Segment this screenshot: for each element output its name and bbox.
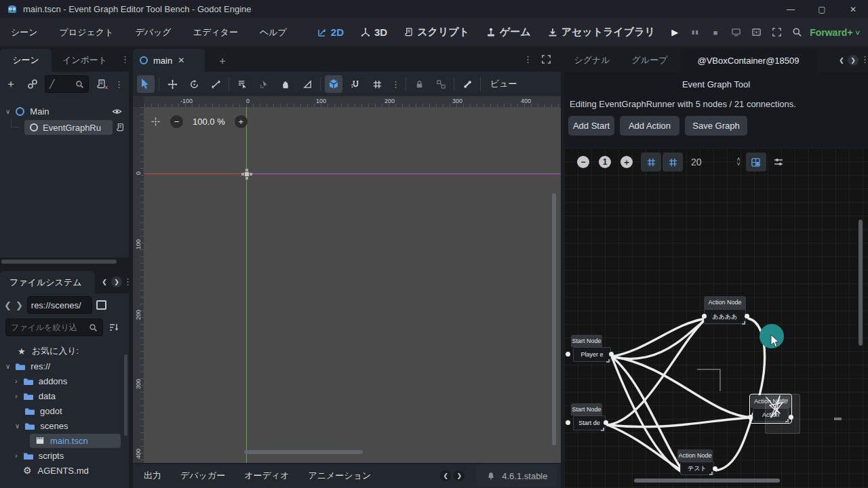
zoom-level[interactable]: 100.0 % xyxy=(193,117,225,127)
menu-help[interactable]: ヘルプ xyxy=(256,24,291,41)
bottom-tab-debugger[interactable]: デバッガー xyxy=(180,470,225,482)
save-graph-button[interactable]: Save Graph xyxy=(685,116,747,136)
graph-vscrollbar[interactable] xyxy=(859,220,863,346)
renderer-select[interactable]: Forward+˅ xyxy=(810,27,860,38)
tab-filesystem[interactable]: ファイルシステム xyxy=(0,271,95,293)
expand-icon[interactable]: › xyxy=(15,451,18,460)
expand-icon[interactable]: › xyxy=(15,377,18,385)
window-minimize-button[interactable]: — xyxy=(781,5,800,14)
move-tool-button[interactable] xyxy=(163,75,181,93)
file-row-res[interactable]: ∨ res:// xyxy=(0,359,129,373)
sort-files-icon[interactable] xyxy=(108,322,119,333)
list-select-tool-button[interactable] xyxy=(233,75,251,93)
right-dock-next-icon[interactable]: ❯ xyxy=(848,55,859,66)
tab-groups[interactable]: グループ xyxy=(625,49,674,72)
menu-project[interactable]: プロジェクト xyxy=(56,24,118,41)
tab-import[interactable]: インポート xyxy=(57,49,113,72)
right-dock-prev-icon[interactable]: ❮ xyxy=(836,55,847,66)
snap-menu-icon[interactable]: ⋮ xyxy=(390,79,401,89)
file-row-main-tscn[interactable]: main.tscn xyxy=(0,433,129,448)
center-view-icon[interactable] xyxy=(151,117,161,127)
pause-button[interactable]: ▮▮ xyxy=(685,29,705,35)
collapse-icon[interactable]: ∨ xyxy=(5,363,10,370)
profiler-magnifier-icon[interactable] xyxy=(787,27,807,37)
add-start-button[interactable]: Add Start xyxy=(568,116,614,136)
bottom-tab-animation[interactable]: アニメーション xyxy=(308,470,371,482)
graph-edit[interactable]: − 1 ＋ 20 ˄˅ Action Node ああああ xyxy=(564,148,868,488)
scene-hscrollbar[interactable] xyxy=(1,260,117,264)
remote-debug-icon[interactable] xyxy=(726,27,746,37)
filter-nodes-input[interactable]: ╱ xyxy=(45,75,89,93)
menu-scene[interactable]: シーン xyxy=(7,24,42,41)
visibility-eye-icon[interactable] xyxy=(112,106,122,117)
context-game[interactable]: ゲーム xyxy=(486,26,531,39)
file-row-scenes[interactable]: ∨ scenes xyxy=(0,418,129,433)
version-area[interactable]: 4.6.1.stable xyxy=(477,466,557,487)
add-action-button[interactable]: Add Action xyxy=(620,116,679,136)
scene-dock-menu-icon[interactable]: ⋮ xyxy=(121,54,130,64)
menu-editor[interactable]: エディター xyxy=(189,24,242,41)
rotate-tool-button[interactable] xyxy=(185,75,203,93)
close-tab-icon[interactable]: ✕ xyxy=(178,56,184,65)
group-object-button[interactable] xyxy=(432,75,450,93)
right-dock-menu-icon[interactable]: ⋮ xyxy=(861,54,868,64)
zoom-out-button[interactable]: − xyxy=(170,115,183,128)
file-row-scripts[interactable]: › scripts xyxy=(0,448,129,463)
viewport-hscrollbar[interactable] xyxy=(244,450,363,454)
context-assetlib[interactable]: アセットライブラリ xyxy=(547,26,655,39)
context-3d[interactable]: 3D xyxy=(360,26,387,38)
favorites-row[interactable]: ★ お気に入り: xyxy=(0,344,129,359)
select-tool-button[interactable] xyxy=(137,75,155,93)
lock-object-button[interactable] xyxy=(410,75,428,93)
graph-hscrollbar[interactable] xyxy=(634,479,780,483)
nav-back-icon[interactable]: ❮ xyxy=(4,300,12,310)
collapse-icon[interactable]: ∨ xyxy=(15,422,20,430)
context-script[interactable]: スクリプト xyxy=(403,26,469,39)
notification-bell-icon[interactable] xyxy=(486,471,496,481)
tab-main-scene[interactable]: main ✕ xyxy=(133,49,205,72)
bottom-next-icon[interactable]: ❯ xyxy=(454,470,465,481)
bottom-tab-audio[interactable]: オーディオ xyxy=(244,470,289,482)
grid-snap-toggle[interactable] xyxy=(347,75,364,93)
scene-tabs-menu-icon[interactable]: ⋮ xyxy=(524,54,532,64)
skeleton-options-button[interactable] xyxy=(458,75,476,93)
collapse-icon[interactable]: ∨ xyxy=(5,108,10,115)
filesystem-menu-icon[interactable]: ⋮ xyxy=(123,277,132,287)
file-row-data[interactable]: › data xyxy=(0,388,129,403)
pixel-snap-tool-button[interactable] xyxy=(255,75,273,93)
snap-options-grid-icon[interactable] xyxy=(368,75,386,93)
view-menu[interactable]: ビュー xyxy=(485,78,523,90)
smart-snap-toggle[interactable] xyxy=(325,75,342,93)
file-row-agents-md[interactable]: ⚙ AGENTS.md xyxy=(0,463,129,478)
stop-button[interactable]: ■ xyxy=(705,28,726,37)
new-scene-tab-button[interactable]: ＋ xyxy=(217,54,228,68)
ruler-tool-button[interactable] xyxy=(298,75,316,93)
tree-row-main[interactable]: ∨ Main xyxy=(0,103,129,119)
file-row-addons[interactable]: › addons xyxy=(0,373,129,388)
movie-writer-icon[interactable] xyxy=(746,27,766,37)
split-view-icon[interactable] xyxy=(96,300,106,310)
dock-next-icon[interactable]: ❯ xyxy=(111,277,122,287)
viewport-2d[interactable]: -100 0 100 200 300 400 0 100 200 300 400… xyxy=(133,96,561,463)
nav-forward-icon[interactable]: ❯ xyxy=(16,300,23,310)
dock-prev-icon[interactable]: ❮ xyxy=(99,277,110,287)
path-input[interactable] xyxy=(27,296,92,314)
bottom-tab-output[interactable]: 出力 xyxy=(144,470,161,482)
window-maximize-button[interactable]: ▢ xyxy=(812,5,831,14)
tree-row-eventgraphrunner[interactable]: EventGraphRu xyxy=(0,119,129,136)
tab-signals[interactable]: シグナル xyxy=(568,49,616,72)
scale-tool-button[interactable] xyxy=(207,75,224,93)
file-row-godot[interactable]: godot xyxy=(0,403,129,418)
script-attached-icon[interactable] xyxy=(115,123,125,132)
zoom-in-button[interactable]: ＋ xyxy=(235,115,248,128)
expand-icon[interactable]: › xyxy=(15,392,18,400)
add-node-button[interactable]: ＋ xyxy=(5,77,16,92)
viewport-vscrollbar[interactable] xyxy=(552,193,556,445)
context-2d[interactable]: 2D xyxy=(317,26,344,38)
instance-scene-icon[interactable] xyxy=(27,79,38,89)
movie-clapper-icon[interactable] xyxy=(766,27,787,37)
filter-files-input[interactable] xyxy=(11,323,84,332)
window-close-button[interactable]: ✕ xyxy=(844,5,863,14)
tab-scene[interactable]: シーン xyxy=(0,49,52,72)
pan-tool-button[interactable] xyxy=(277,75,294,93)
